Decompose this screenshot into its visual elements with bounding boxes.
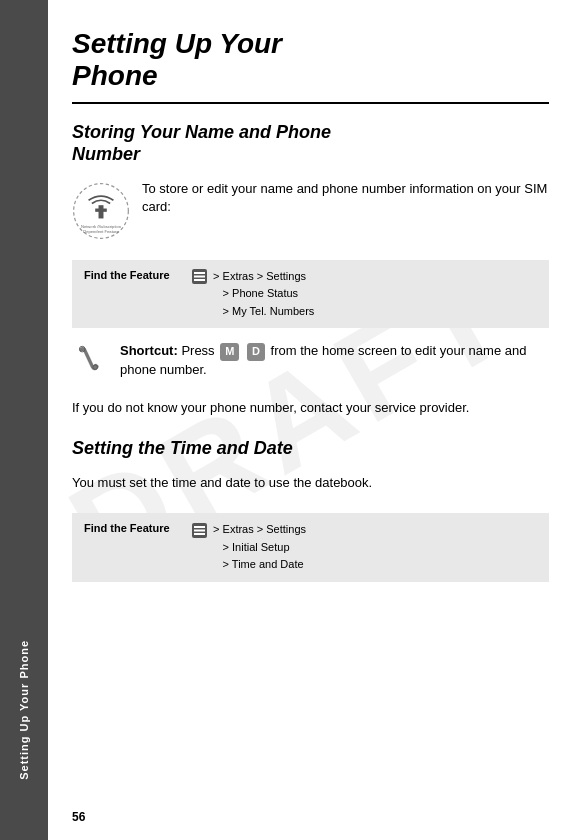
shortcut-label: Shortcut: — [120, 343, 178, 358]
page-title-line2: Phone — [72, 60, 549, 92]
main-content: Setting Up Your Phone Storing Your Name … — [48, 0, 581, 840]
find-feature-steps-1: > Extras > Settings > Phone Status > My … — [192, 268, 314, 321]
svg-rect-6 — [194, 272, 205, 274]
find-feature-step1-line3: > My Tel. Numbers — [192, 305, 314, 317]
svg-rect-2 — [95, 208, 107, 211]
key-d: D — [247, 343, 265, 361]
svg-text:Network /Subscription: Network /Subscription — [81, 223, 122, 228]
menu-icon-1 — [192, 270, 213, 282]
wrench-icon — [72, 344, 108, 382]
svg-rect-12 — [194, 526, 205, 528]
section1-heading-line2: Number — [72, 144, 549, 166]
section2-heading-text: Setting the Time and Date — [72, 438, 549, 460]
shortcut-row: Shortcut: Press M D from the home screen… — [72, 342, 549, 382]
find-feature-1: Find the Feature > Extras > Settings > P… — [72, 260, 549, 329]
network-icon: Network /Subscription Dependent Feature — [72, 182, 130, 244]
find-feature-step1-line1: > Extras > Settings — [213, 270, 306, 282]
svg-rect-14 — [194, 533, 205, 535]
find-feature-step2-line2: > Initial Setup — [192, 541, 290, 553]
find-feature-steps-2: > Extras > Settings > Initial Setup > Ti… — [192, 521, 306, 574]
page-title-line1: Setting Up Your — [72, 28, 549, 60]
svg-rect-13 — [194, 529, 205, 531]
svg-rect-7 — [194, 276, 205, 278]
shortcut-text: Shortcut: Press M D from the home screen… — [120, 342, 549, 380]
find-feature-step1-line2: > Phone Status — [192, 287, 298, 299]
key-menu: M — [220, 343, 239, 361]
find-feature-2: Find the Feature > Extras > Settings > I… — [72, 513, 549, 582]
svg-text:Dependent Feature: Dependent Feature — [83, 229, 119, 234]
section1-heading: Storing Your Name and Phone Number — [72, 122, 549, 165]
section2-intro: You must set the time and date to use th… — [72, 473, 549, 493]
sidebar-label: Setting Up Your Phone — [18, 640, 30, 780]
find-feature-label-2: Find the Feature — [84, 522, 184, 534]
find-feature-step2-line1: > Extras > Settings — [213, 523, 306, 535]
intro-row: Network /Subscription Dependent Feature … — [72, 180, 549, 244]
section1-body: If you do not know your phone number, co… — [72, 398, 549, 418]
section2-heading: Setting the Time and Date — [72, 438, 549, 460]
svg-rect-8 — [194, 279, 205, 281]
find-feature-label-1: Find the Feature — [84, 269, 184, 281]
section1-heading-line1: Storing Your Name and Phone — [72, 122, 549, 144]
intro-text: To store or edit your name and phone num… — [142, 180, 549, 218]
sidebar: Setting Up Your Phone — [0, 0, 48, 840]
menu-icon-2 — [192, 523, 213, 535]
page-title: Setting Up Your Phone — [72, 28, 549, 92]
find-feature-step2-line3: > Time and Date — [192, 558, 304, 570]
page-number: 56 — [72, 810, 85, 824]
title-divider — [72, 102, 549, 104]
